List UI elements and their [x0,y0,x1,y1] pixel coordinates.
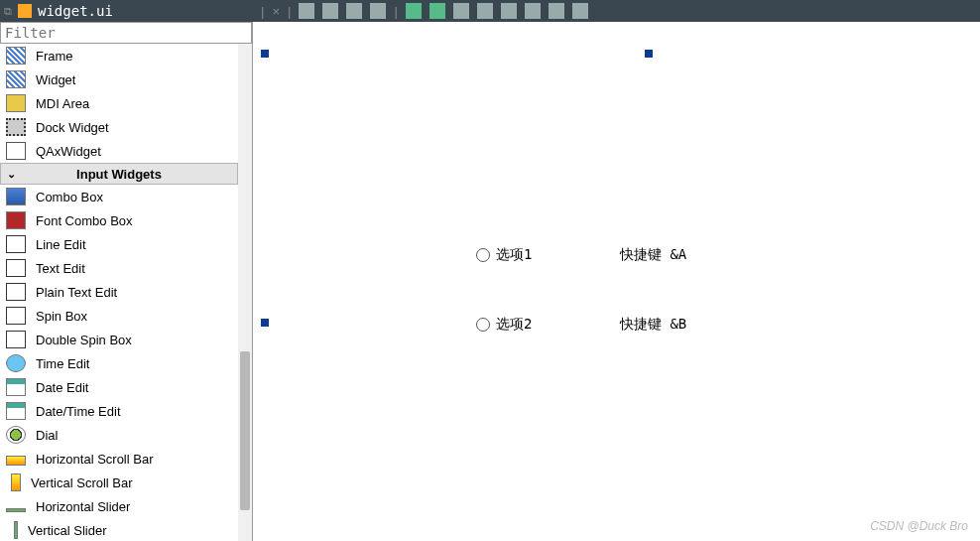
toolbar-divider: | [288,4,291,19]
widget-item-label: Dial [36,428,58,443]
widget-item-spin[interactable]: Double Spin Box [0,328,238,351]
timeedit-icon [6,354,26,372]
dateedit-icon [6,378,26,396]
widget-item-timeedit[interactable]: Time Edit [0,351,238,375]
widget-item-vslider[interactable]: Vertical Slider [0,518,238,541]
widget-item-label: Horizontal Scroll Bar [36,452,154,467]
widget-item-vscroll[interactable]: Vertical Scroll Bar [0,471,238,494]
widget-item-widget[interactable]: Widget [0,68,238,91]
widget-item-label: Time Edit [36,356,89,371]
edit-widgets-icon[interactable] [299,3,314,19]
vslider-icon [14,521,18,539]
widget-item-label: MDI Area [36,96,89,111]
widget-item-label: Spin Box [36,309,87,324]
lineedit-icon [6,235,26,253]
widget-group-header[interactable]: ⌄Input Widgets [0,163,238,185]
widget-list[interactable]: FrameWidgetMDI AreaDock WidgetQAxWidget⌄… [0,44,238,541]
widget-box-panel: FrameWidgetMDI AreaDock WidgetQAxWidget⌄… [0,22,253,541]
designer-toolbar: | × | | [253,0,980,22]
scrollbar-thumb[interactable] [240,351,250,510]
widget-item-fontcombo[interactable]: Font Combo Box [0,208,238,232]
widget-item-dock[interactable]: Dock Widget [0,115,238,139]
widget-icon [6,70,26,88]
widget-item-label: Vertical Slider [28,523,106,538]
layout-grid-icon[interactable] [501,3,517,19]
widget-item-hslider[interactable]: Horizontal Slider [0,494,238,518]
restore-icon[interactable]: ⧉ [4,5,12,18]
toolbar-divider: | [394,4,397,19]
widget-item-lineedit[interactable]: Line Edit [0,232,238,256]
widget-item-label: Font Combo Box [36,213,133,228]
widget-item-dial[interactable]: Dial [0,423,238,447]
widget-item-hscroll[interactable]: Horizontal Scroll Bar [0,447,238,471]
widget-item-label: Widget [36,72,75,87]
spin-icon [6,331,26,348]
close-icon[interactable]: × [272,4,280,19]
radio-option-1[interactable]: 选项1 [476,246,532,264]
edit-signals-icon[interactable] [322,3,338,19]
layout-form-icon[interactable] [525,3,541,19]
selection-handle[interactable] [261,50,269,58]
radio-icon[interactable] [476,248,490,262]
widget-item-spin[interactable]: Spin Box [0,304,238,328]
mdi-icon [6,94,26,112]
widget-item-label: Frame [36,49,73,64]
edit-tab-order-icon[interactable] [370,3,386,19]
widget-item-label: Horizontal Slider [36,499,130,514]
widget-item-combo[interactable]: Combo Box [0,185,238,208]
radio-option-2[interactable]: 选项2 [476,316,532,334]
chevron-down-icon: ⌄ [7,168,16,181]
vscroll-icon [11,473,21,491]
hslider-icon [6,508,26,512]
break-layout-icon[interactable] [549,3,564,19]
widget-item-label: Line Edit [36,237,86,252]
widget-list-scrollbar[interactable] [238,44,252,541]
edit-buddies-icon[interactable] [346,3,362,19]
widget-item-textedit[interactable]: Plain Text Edit [0,280,238,304]
layout-vertical-splitter-icon[interactable] [477,3,493,19]
combo-icon [6,188,26,205]
shortcut-hint-2: 快捷键 &B [620,316,686,334]
textedit-icon [6,283,26,301]
dateedit-icon [6,402,26,420]
hscroll-icon [6,456,26,466]
fontcombo-icon [6,211,26,229]
widget-item-label: Date Edit [36,380,88,395]
widget-item-label: Date/Time Edit [36,404,121,419]
widget-item-label: Double Spin Box [36,333,132,347]
adjust-size-icon[interactable] [572,3,588,19]
textedit-icon [6,259,26,277]
radio-icon[interactable] [476,318,490,332]
widget-item-label: Plain Text Edit [36,285,117,300]
widget-item-ax[interactable]: QAxWidget [0,139,238,163]
layout-horizontal-icon[interactable] [406,3,422,19]
watermark: CSDN @Duck Bro [870,519,968,533]
widget-item-mdi[interactable]: MDI Area [0,91,238,115]
widget-item-label: Vertical Scroll Bar [31,475,133,490]
dock-icon [6,118,26,136]
form-canvas[interactable]: 选项1 快捷键 &A 选项2 快捷键 &B CSDN @Duck Bro [253,22,980,541]
frame-icon [6,47,26,65]
dial-icon [6,426,26,444]
radio-label: 选项1 [496,246,532,264]
file-icon [18,4,32,18]
selection-handle[interactable] [645,50,653,58]
widget-item-frame[interactable]: Frame [0,44,238,68]
widget-item-dateedit[interactable]: Date Edit [0,375,238,399]
widget-item-label: Text Edit [36,261,85,276]
widget-item-dateedit[interactable]: Date/Time Edit [0,399,238,423]
filter-input[interactable] [0,22,252,44]
selection-handle[interactable] [261,319,269,327]
layout-vertical-icon[interactable] [429,3,445,19]
widget-item-label: Combo Box [36,190,103,204]
spin-icon [6,307,26,325]
widget-item-label: Dock Widget [36,120,109,135]
title-bar: ⧉ widget.ui [0,0,253,22]
widget-item-textedit[interactable]: Text Edit [0,256,238,280]
toolbar-divider: | [261,4,264,19]
radio-label: 选项2 [496,316,532,334]
layout-horizontal-splitter-icon[interactable] [453,3,469,19]
file-name: widget.ui [38,3,113,19]
widget-item-label: QAxWidget [36,144,101,159]
ax-icon [6,142,26,160]
